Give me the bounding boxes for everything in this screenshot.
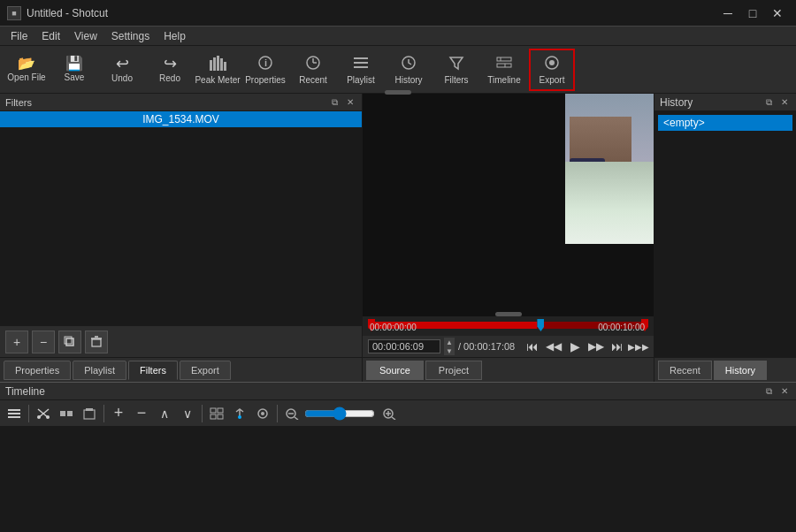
timeline-menu-button[interactable] [4,403,25,424]
menu-edit[interactable]: Edit [34,28,67,44]
menu-view[interactable]: View [67,28,104,44]
history-panel: History ⧉ ✕ <empty> Recent History [654,94,796,382]
timeline-header: Timeline ⧉ ✕ [0,383,796,400]
minimize-button[interactable]: ─ [716,4,739,22]
timeline-paste-button[interactable] [79,403,100,424]
tab-recent[interactable]: Recent [658,361,712,380]
timecode-input[interactable] [368,339,440,353]
export-label: Export [540,75,565,85]
recent-icon [305,55,321,73]
timecode-down[interactable]: ▼ [444,346,455,355]
filter-remove-button[interactable]: − [32,331,55,353]
history-close-icon[interactable]: ✕ [778,96,791,109]
title-bar-controls[interactable]: ─ □ ✕ [716,4,789,22]
timeline-remove-button[interactable]: − [131,403,152,424]
svg-line-46 [295,417,298,420]
tab-filters[interactable]: Filters [128,361,178,380]
filter-copy-button[interactable] [58,331,81,353]
timeline-cut-button[interactable] [33,403,54,424]
svg-rect-27 [8,413,20,414]
skip-start-button[interactable]: ⏮ [523,338,542,355]
history-float-icon[interactable]: ⧉ [762,96,775,109]
timeline-content [0,427,796,532]
timeline-float-icon[interactable]: ⧉ [762,385,775,398]
tab-history[interactable]: History [714,361,767,380]
zoom-slider[interactable] [304,407,375,421]
filter-delete-button[interactable] [85,331,108,353]
video-preview [565,94,654,244]
preview-panel: 00:00:00:00 00:00:10:00 ▲ ▼ / 00:00:17:0… [363,94,654,382]
timecode-bar[interactable]: 00:00:00:00 00:00:10:00 [363,316,654,336]
timeline-close-icon[interactable]: ✕ [778,385,791,398]
undo-button[interactable]: ↩ Undo [99,49,145,91]
timeline-up-button[interactable]: ∧ [154,403,175,424]
step-back-button[interactable]: ◀◀ [544,338,563,355]
export-button[interactable]: Export [529,49,575,91]
timeline-ripple2-button[interactable] [252,403,273,424]
svg-rect-21 [66,338,73,346]
timeline-down-button[interactable]: ∨ [177,403,198,424]
filter-add-button[interactable]: + [5,331,28,353]
history-header-controls: ⧉ ✕ [762,96,791,109]
tl-divider-4 [277,405,278,422]
toolbar: 📂 Open File 💾 Save ↩ Undo ↪ Redo Peak Me… [0,46,796,94]
svg-point-32 [46,415,50,419]
app-icon: ■ [7,6,21,20]
recent-button[interactable]: Recent [290,49,336,91]
timeline-add-button[interactable]: + [108,403,129,424]
properties-button[interactable]: i Properties [242,49,288,91]
redo-button[interactable]: ↪ Redo [147,49,193,91]
title-bar: ■ Untitled - Shotcut ─ □ ✕ [0,0,796,27]
menu-file[interactable]: File [4,28,34,44]
save-button[interactable]: 💾 Save [51,49,97,91]
menu-help[interactable]: Help [157,28,193,44]
history-panel-title: History [660,96,693,109]
tab-export[interactable]: Export [180,361,231,380]
svg-point-43 [261,412,264,415]
svg-rect-4 [224,62,226,71]
tab-playlist[interactable]: Playlist [73,361,126,380]
timeline-button[interactable]: Timeline [481,49,527,91]
tab-source[interactable]: Source [366,361,424,380]
filters-file-name[interactable]: IMG_1534.MOV [0,111,362,127]
tab-project[interactable]: Project [425,361,482,380]
timecode-up[interactable]: ▲ [444,338,455,346]
preview-area [363,94,654,316]
peak-meter-button[interactable]: Peak Meter [195,49,241,91]
timeline-icon [496,55,512,73]
redo-label: Redo [159,73,180,83]
svg-rect-26 [8,409,20,411]
extra-button[interactable]: ▶▶▶ [629,338,648,355]
timecode-start: 00:00:00:00 [370,323,417,332]
svg-point-20 [549,60,555,65]
step-forward-button[interactable]: ▶▶ [586,338,606,355]
timeline-ripple-button[interactable] [56,403,77,424]
skip-end-button[interactable]: ⏭ [608,338,627,355]
timeline-snap-button[interactable] [229,403,250,424]
filters-float-icon[interactable]: ⧉ [328,96,341,109]
tl-divider-3 [202,405,203,422]
zoom-in-button[interactable] [379,403,400,424]
tab-properties[interactable]: Properties [4,361,71,380]
open-file-button[interactable]: 📂 Open File [4,49,50,91]
play-button[interactable]: ▶ [565,338,585,355]
svg-rect-1 [213,57,216,71]
menu-settings[interactable]: Settings [104,28,157,44]
svg-rect-16 [497,64,511,67]
preview-drag-handle[interactable] [385,90,411,95]
filters-button[interactable]: Filters [433,49,479,91]
scrub-cursor[interactable] [537,319,544,331]
timecode-spinners: ▲ ▼ [444,338,455,355]
maximize-button[interactable]: □ [741,4,764,22]
filters-close-icon[interactable]: ✕ [344,96,356,109]
svg-rect-37 [210,408,216,413]
timeline-grid-button[interactable] [206,403,227,424]
zoom-out-button[interactable] [281,403,302,424]
history-header: History ⧉ ✕ [654,94,796,111]
history-button[interactable]: History [386,49,432,91]
transport-controls: ⏮ ◀◀ ▶ ▶▶ ⏭ ▶▶▶ [523,338,648,355]
playlist-button[interactable]: Playlist [338,49,384,91]
history-icon [401,55,417,73]
close-button[interactable]: ✕ [766,4,789,22]
title-text: Untitled - Shotcut [27,7,108,19]
